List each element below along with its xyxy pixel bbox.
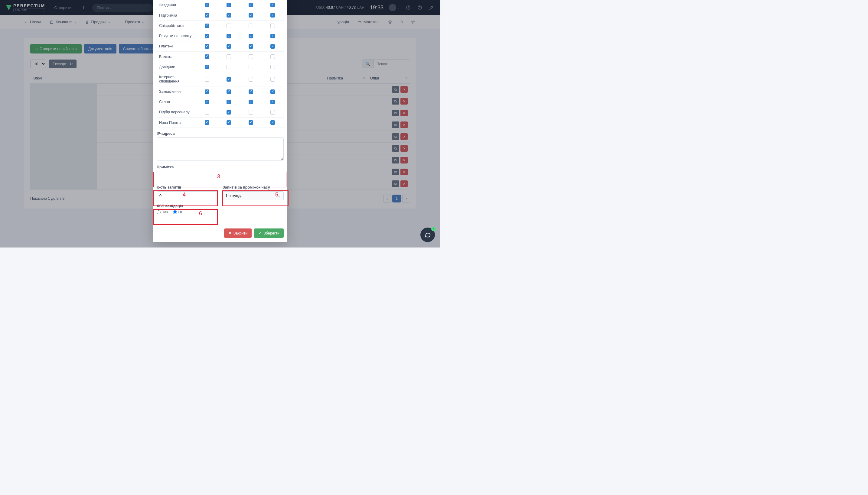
perm-checkbox[interactable] bbox=[227, 44, 231, 49]
annotation-5-num: 5 bbox=[275, 192, 278, 198]
perm-checkbox[interactable] bbox=[205, 13, 209, 18]
req-time-label: Запитів за проміжок часу bbox=[223, 185, 284, 189]
perm-checkbox[interactable] bbox=[271, 13, 275, 18]
perm-checkbox[interactable] bbox=[227, 34, 231, 38]
perm-checkbox[interactable] bbox=[205, 54, 209, 59]
perm-checkbox[interactable] bbox=[271, 23, 275, 28]
perm-name: Співробітники bbox=[157, 20, 196, 31]
perm-row: Рахунки на оплату bbox=[157, 31, 284, 41]
perm-name: Рахунки на оплату bbox=[157, 31, 196, 41]
annotation-3-num: 3 bbox=[217, 173, 220, 180]
perm-name: Валюта bbox=[157, 52, 196, 62]
perm-checkbox[interactable] bbox=[271, 3, 275, 7]
perm-checkbox[interactable] bbox=[249, 54, 253, 59]
chat-fab[interactable]: 0 bbox=[421, 227, 435, 242]
perm-checkbox[interactable] bbox=[227, 13, 231, 18]
perm-checkbox[interactable] bbox=[205, 3, 209, 7]
annotation-4-num: 4 bbox=[183, 192, 186, 198]
perm-name: Завдання bbox=[157, 0, 196, 10]
perm-name: Платежі bbox=[157, 41, 196, 51]
perm-checkbox[interactable] bbox=[271, 100, 275, 104]
api-key-modal: ЗавданняПідтримкаСпівробітникиРахунки на… bbox=[153, 0, 287, 242]
perm-checkbox[interactable] bbox=[249, 23, 253, 28]
perm-checkbox[interactable] bbox=[271, 34, 275, 38]
perm-checkbox[interactable] bbox=[271, 44, 275, 49]
perm-checkbox[interactable] bbox=[249, 3, 253, 7]
perm-checkbox[interactable] bbox=[271, 89, 275, 94]
perm-name: Нова Пошта bbox=[157, 118, 196, 128]
close-button[interactable]: ✕ Закрити bbox=[224, 228, 252, 238]
perm-checkbox[interactable] bbox=[249, 34, 253, 38]
perm-row: Платежі bbox=[157, 41, 284, 51]
req-count-input[interactable] bbox=[157, 191, 218, 200]
perm-row: Валюта bbox=[157, 52, 284, 62]
chat-badge: 0 bbox=[431, 227, 436, 231]
perm-name: Склад bbox=[157, 97, 196, 107]
perm-checkbox[interactable] bbox=[227, 120, 231, 125]
perm-name: Довідник bbox=[157, 62, 196, 72]
xss-yes[interactable]: Так bbox=[157, 210, 168, 214]
perm-checkbox[interactable] bbox=[205, 120, 209, 125]
perm-checkbox[interactable] bbox=[205, 77, 209, 82]
perm-row: Нова Пошта bbox=[157, 118, 284, 128]
perm-checkbox[interactable] bbox=[271, 120, 275, 125]
perm-checkbox[interactable] bbox=[271, 54, 275, 59]
perm-checkbox[interactable] bbox=[249, 77, 253, 82]
perm-name: Підтримка bbox=[157, 10, 196, 20]
annotation-6-num: 6 bbox=[199, 210, 202, 217]
perm-name: Підбір персоналу bbox=[157, 107, 196, 117]
perm-row: Інтернет-сповіщення bbox=[157, 72, 284, 86]
perm-row: Підбір персоналу bbox=[157, 107, 284, 117]
perm-checkbox[interactable] bbox=[227, 23, 231, 28]
perm-checkbox[interactable] bbox=[249, 65, 253, 69]
perm-checkbox[interactable] bbox=[249, 13, 253, 18]
perm-checkbox[interactable] bbox=[205, 89, 209, 94]
ip-label: IP-адреса bbox=[157, 132, 284, 136]
perm-checkbox[interactable] bbox=[205, 65, 209, 69]
perm-checkbox[interactable] bbox=[249, 100, 253, 104]
perm-checkbox[interactable] bbox=[205, 100, 209, 104]
perm-checkbox[interactable] bbox=[249, 110, 253, 115]
perm-checkbox[interactable] bbox=[205, 110, 209, 115]
perm-checkbox[interactable] bbox=[227, 54, 231, 59]
perm-checkbox[interactable] bbox=[227, 89, 231, 94]
perm-checkbox[interactable] bbox=[271, 65, 275, 69]
perm-checkbox[interactable] bbox=[271, 77, 275, 82]
perm-checkbox[interactable] bbox=[227, 77, 231, 82]
perm-checkbox[interactable] bbox=[249, 120, 253, 125]
perm-checkbox[interactable] bbox=[227, 65, 231, 69]
perm-checkbox[interactable] bbox=[227, 3, 231, 7]
req-time-select[interactable]: 1 секунда bbox=[223, 191, 284, 200]
perm-row: Склад bbox=[157, 97, 284, 107]
perm-checkbox[interactable] bbox=[205, 34, 209, 38]
xss-label: XSS валідація bbox=[157, 204, 284, 208]
ip-textarea[interactable] bbox=[157, 137, 284, 160]
perm-checkbox[interactable] bbox=[205, 23, 209, 28]
perm-checkbox[interactable] bbox=[249, 89, 253, 94]
perm-row: Підтримка bbox=[157, 10, 284, 20]
note-label: Примітка bbox=[157, 165, 284, 169]
perm-name: Замовлення bbox=[157, 86, 196, 97]
perm-name: Інтернет-сповіщення bbox=[157, 72, 196, 86]
xss-no[interactable]: Ні bbox=[173, 210, 182, 214]
perm-row: Замовлення bbox=[157, 86, 284, 97]
perm-checkbox[interactable] bbox=[205, 44, 209, 49]
perm-row: Завдання bbox=[157, 0, 284, 10]
perm-checkbox[interactable] bbox=[227, 100, 231, 104]
perm-checkbox[interactable] bbox=[227, 110, 231, 115]
permissions-table: ЗавданняПідтримкаСпівробітникиРахунки на… bbox=[157, 0, 284, 128]
perm-row: Співробітники bbox=[157, 20, 284, 31]
perm-checkbox[interactable] bbox=[249, 44, 253, 49]
perm-checkbox[interactable] bbox=[271, 110, 275, 115]
req-count-label: К-сть запитів bbox=[157, 185, 218, 189]
perm-row: Довідник bbox=[157, 62, 284, 72]
save-button[interactable]: ✓ Зберегти bbox=[254, 228, 284, 238]
